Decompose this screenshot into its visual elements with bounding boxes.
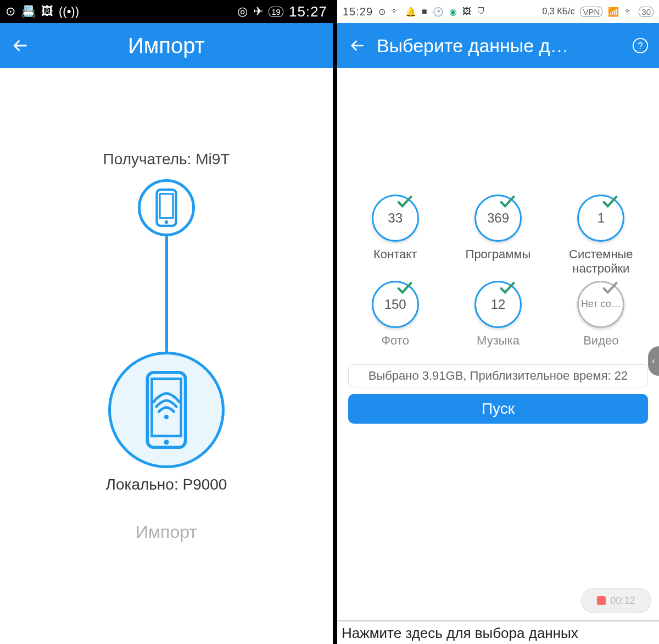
local-device-icon: [108, 352, 225, 468]
svg-rect-1: [160, 194, 173, 218]
clock: 15:29: [343, 5, 373, 18]
clock-icon: 🕑: [433, 7, 444, 17]
appbar-left: Импорт: [0, 23, 333, 68]
check-icon: [601, 279, 619, 301]
bell-icon: 🔔: [405, 7, 416, 17]
local-label: Локально: P9000: [106, 476, 227, 493]
image-icon: 🖼: [462, 7, 471, 16]
category-label: Программы: [466, 247, 531, 274]
vpn-badge: VPN: [580, 7, 602, 17]
check-icon: [498, 279, 517, 301]
side-handle[interactable]: ‹: [648, 346, 659, 376]
doc-icon: 📇: [21, 4, 36, 19]
category-label: Системные настройки: [554, 247, 648, 276]
shield-icon: ⛉: [477, 7, 485, 16]
check-icon: [601, 193, 619, 215]
svg-point-6: [164, 415, 169, 419]
hotspot-icon: ((•)): [59, 4, 79, 19]
cast-icon: ◎: [237, 4, 248, 19]
help-button[interactable]: ?: [630, 36, 650, 55]
wifi-icon: ᯤ: [391, 7, 400, 16]
check-icon: [498, 193, 517, 215]
image-icon: 🖼: [41, 4, 53, 19]
category-label: Контакт: [373, 247, 417, 274]
connection-line: [165, 236, 168, 352]
category-label: Музыка: [477, 334, 520, 360]
video-icon: ■: [422, 7, 427, 16]
receiver-device-icon: [138, 179, 195, 236]
category-label: Видео: [583, 334, 618, 360]
category-system[interactable]: 1 Системные настройки: [554, 195, 648, 276]
back-button[interactable]: [346, 35, 368, 57]
appbar-right: Выберите данные д… ?: [337, 23, 659, 68]
check-icon: [395, 279, 414, 301]
clock: 15:27: [289, 3, 327, 20]
status-bar-right: 15:29 ⊙ ᯤ 🔔 ■ 🕑 ◉ 🖼 ⛉ 0,3 КБ/с VPN 📶 ᯤ 3…: [337, 0, 659, 23]
svg-point-5: [164, 440, 169, 445]
airplane-icon: ✈: [253, 4, 263, 19]
start-button[interactable]: Пуск: [348, 394, 648, 424]
page-title: Выберите данные д…: [377, 35, 622, 57]
svg-text:?: ?: [638, 41, 643, 51]
selection-summary: Выбрано 3.91GB, Приблизительное время: 2…: [348, 364, 648, 388]
category-video[interactable]: Нет со… Видео: [554, 281, 648, 360]
wifi-icon: ᯤ: [624, 7, 633, 16]
footer-hint[interactable]: Нажмите здесь для выбора данных: [337, 620, 659, 644]
record-time: 00:12: [610, 595, 635, 607]
more-icon: ⊙: [5, 4, 15, 19]
status-bar-left: ⊙ 📇 🖼 ((•)) ◎ ✈ 19 15:27: [0, 0, 333, 23]
battery-icon: 19: [269, 7, 283, 17]
app-icon: ◉: [449, 7, 457, 17]
receiver-label: Получатель: Mi9T: [103, 151, 230, 168]
battery-icon: 30: [639, 7, 654, 17]
record-icon: [597, 596, 606, 605]
signal-icon: 📶: [608, 7, 619, 17]
category-label: Фото: [381, 334, 409, 360]
check-icon: [395, 193, 414, 215]
svg-point-2: [165, 220, 169, 224]
network-speed: 0,3 КБ/с: [543, 7, 575, 16]
back-button[interactable]: [9, 35, 31, 57]
import-button[interactable]: Импорт: [136, 522, 197, 542]
category-photos[interactable]: 150 Фото: [348, 281, 442, 360]
category-contacts[interactable]: 33 Контакт: [348, 195, 442, 276]
recording-pill[interactable]: 00:12: [581, 588, 651, 613]
more-icon: ⊙: [378, 7, 386, 17]
page-title: Импорт: [40, 34, 293, 58]
category-apps[interactable]: 369 Программы: [451, 195, 545, 276]
category-music[interactable]: 12 Музыка: [451, 281, 545, 360]
